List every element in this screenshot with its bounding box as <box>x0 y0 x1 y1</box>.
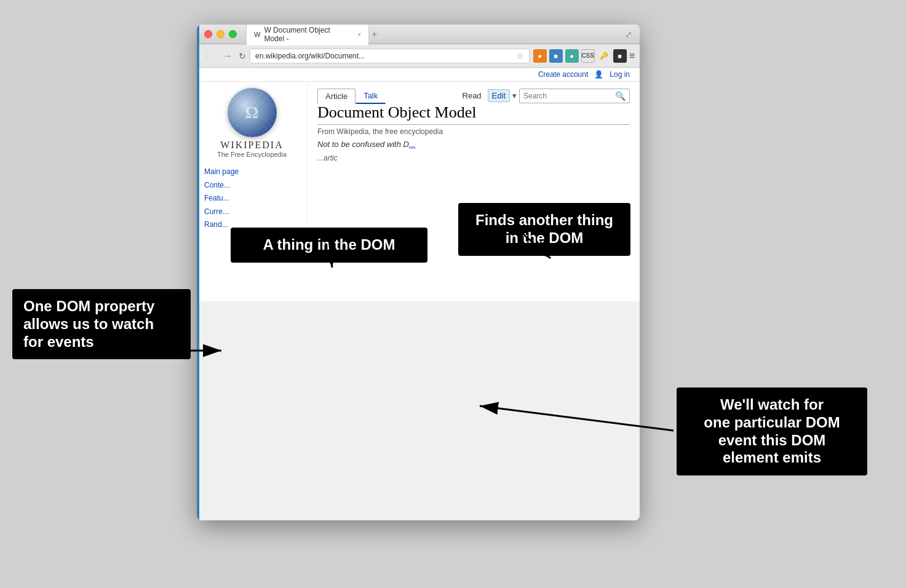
url-text: en.wikipedia.org/wiki/Document... <box>255 52 365 60</box>
resize-icon[interactable]: ⤢ <box>625 30 632 39</box>
disambiguation-notice: Not to be confused with D... <box>317 140 630 149</box>
minimize-button[interactable] <box>217 30 225 38</box>
read-edit-area: Read Edit ▾ <box>463 89 517 102</box>
annotation-finds-another: Finds another thingin the DOM <box>458 203 630 256</box>
toolbar-icon-green[interactable]: ● <box>565 49 579 63</box>
annotation-one-dom-property-text: One DOM propertyallows us to watchfor ev… <box>23 298 154 350</box>
toolbar-icons: ● ■ ● CSS 🔑 ■ ≡ <box>533 49 635 63</box>
bookmark-icon[interactable]: ☆ <box>516 51 524 61</box>
tab-title: W Document Object Model - <box>264 26 351 43</box>
tab-read-label[interactable]: Read <box>463 91 482 100</box>
tab-article[interactable]: Article <box>317 89 356 104</box>
nav-link-main[interactable]: Main page <box>204 165 300 179</box>
wiki-logo-subtitle: The Free Encyclopedia <box>204 151 300 158</box>
annotation-thing-in-dom: A thing in the DOM <box>231 228 427 263</box>
tab-area: W W Document Object Model - × + <box>246 25 625 46</box>
wiki-globe: Ω <box>228 88 277 137</box>
wiki-search-input[interactable] <box>523 92 615 100</box>
forward-button[interactable]: → <box>220 49 235 63</box>
annotation-watch-event-text: We'll watch forone particular DOMevent t… <box>704 396 840 466</box>
from-wikipedia-text: From Wikipedia, the free encyclopedia <box>317 127 630 136</box>
tab-close-icon[interactable]: × <box>357 31 361 38</box>
wikipedia-page: Create account 👤 Log in Ω WIKIPEDIA <box>197 68 640 301</box>
annotation-thing-in-dom-text: A thing in the DOM <box>263 236 395 253</box>
tab-dropdown-icon[interactable]: ▾ <box>512 91 517 100</box>
back-button[interactable]: ← <box>202 49 217 63</box>
article-intro-text: ...artic <box>317 154 338 162</box>
annotation-watch-event: We'll watch forone particular DOMevent t… <box>677 387 867 475</box>
toolbar-icon-dark[interactable]: ■ <box>613 49 627 63</box>
toolbar-icon-orange[interactable]: ● <box>533 49 547 63</box>
toolbar-icon-blue[interactable]: ■ <box>549 49 563 63</box>
user-icon: 👤 <box>594 70 603 79</box>
create-account-link[interactable]: Create account <box>538 70 588 79</box>
browser-menu-button[interactable]: ≡ <box>629 50 635 62</box>
wiki-nav-links: Main page Conte... Featu... Curre... Ran… <box>204 165 300 232</box>
disambiguation-text: Not to be confused with D... <box>317 140 416 149</box>
log-in-link[interactable]: Log in <box>610 70 630 79</box>
wiki-header: Create account 👤 Log in <box>197 68 640 82</box>
sidebar-accent-line <box>197 25 199 520</box>
annotation-one-dom-property: One DOM propertyallows us to watchfor ev… <box>12 289 191 359</box>
wiki-header-links: Create account 👤 Log in <box>538 70 630 79</box>
wiki-logo-title: WIKIPEDIA <box>204 140 300 151</box>
traffic-lights <box>204 30 237 38</box>
tabs-left: Article Talk <box>317 88 386 103</box>
tabs-right: Read Edit ▾ 🔍 <box>463 89 630 103</box>
maximize-button[interactable] <box>229 30 237 38</box>
reload-button[interactable]: ↻ <box>239 51 246 61</box>
wiki-globe-overlay <box>228 88 277 137</box>
disambiguation-link[interactable]: ... <box>409 140 416 149</box>
title-bar: W W Document Object Model - × + ⤢ <box>197 25 640 44</box>
nav-link-featured[interactable]: Featu... <box>204 192 300 205</box>
tab-edit-label[interactable]: Edit <box>488 89 510 102</box>
article-intro: ...artic <box>317 154 630 162</box>
browser-window: W W Document Object Model - × + ⤢ ← → ↻ … <box>197 25 640 520</box>
wiki-search-bar: 🔍 <box>519 89 630 103</box>
address-bar: ← → ↻ en.wikipedia.org/wiki/Document... … <box>197 44 640 68</box>
wiki-search-button[interactable]: 🔍 <box>615 91 626 101</box>
page-title: Document Object Model <box>317 103 630 125</box>
tab-talk[interactable]: Talk <box>356 88 386 104</box>
toolbar-icon-orange-label: ● <box>538 52 542 60</box>
annotation-finds-another-text: Finds another thingin the DOM <box>475 212 613 246</box>
nav-link-current[interactable]: Curre... <box>204 205 300 219</box>
toolbar-icon-key[interactable]: 🔑 <box>597 49 611 63</box>
browser-tab[interactable]: W W Document Object Model - × <box>246 25 369 46</box>
wiki-tabs-actions: Article Talk Read Edit ▾ <box>317 88 630 103</box>
wiki-sidebar: Ω WIKIPEDIA The Free Encyclopedia Main p… <box>197 82 308 238</box>
tab-favicon: W <box>254 31 260 38</box>
close-button[interactable] <box>204 30 212 38</box>
toolbar-icon-css[interactable]: CSS <box>581 49 595 63</box>
tab-article-label: Article <box>325 92 348 101</box>
url-bar[interactable]: en.wikipedia.org/wiki/Document... ☆ <box>250 49 530 63</box>
tab-talk-label: Talk <box>364 91 378 100</box>
nav-link-contents[interactable]: Conte... <box>204 179 300 193</box>
wiki-logo-area: Ω WIKIPEDIA The Free Encyclopedia <box>204 88 300 158</box>
new-tab-button[interactable]: + <box>372 29 377 40</box>
